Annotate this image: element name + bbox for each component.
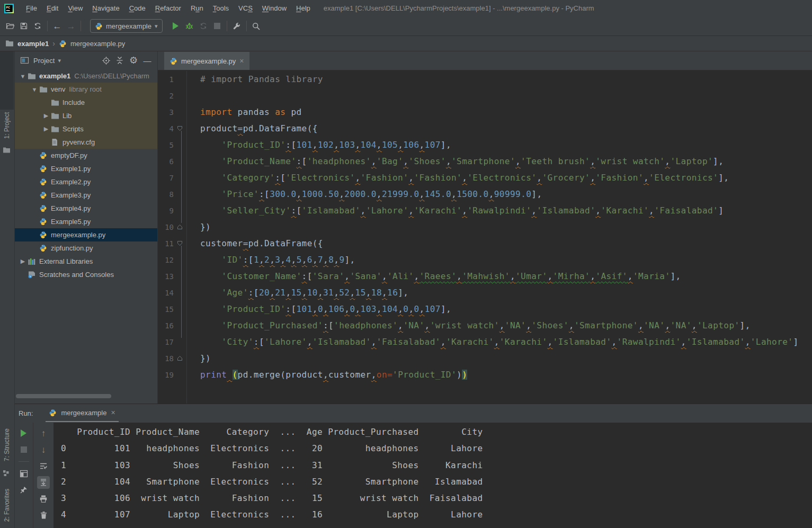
code-line-9[interactable]: 'Seller_City':['Islamabad','Lahore','Kar… — [187, 202, 812, 219]
search-button[interactable] — [249, 19, 263, 33]
up-arrow-button[interactable]: ↑ — [37, 427, 50, 440]
project-panel-title[interactable]: Project — [33, 57, 55, 65]
open-folder-button[interactable] — [3, 19, 17, 33]
hide-minus-icon[interactable]: — — [141, 55, 153, 66]
code-line-4[interactable]: product=pd.DataFrame({ — [187, 120, 812, 137]
run-tab-mergeexample[interactable]: mergeexample × — [46, 404, 118, 422]
tree-item-example5-py[interactable]: Example5.py — [14, 215, 157, 228]
code-line-12[interactable]: 'ID':[1,2,3,4,5,6,7,8,9], — [187, 252, 812, 268]
tree-item-include[interactable]: Include — [14, 96, 157, 109]
code-line-6[interactable]: 'Product_Name':['headphones','Bag','Shoe… — [187, 153, 812, 169]
tree-item-example4-py[interactable]: Example4.py — [14, 202, 157, 215]
python-file-icon — [39, 191, 50, 199]
chevron-down-icon[interactable]: ▼ — [18, 73, 28, 79]
locate-target-icon[interactable] — [100, 55, 112, 66]
save-button[interactable] — [17, 19, 31, 33]
editor-gutter: 12345678910111213141516171819 — [158, 71, 187, 404]
code-line-5[interactable]: 'Product_ID':[101,102,103,104,105,106,10… — [187, 137, 812, 153]
code-line-14[interactable]: 'Age':[20,21,15,10,31,52,15,18,16], — [187, 284, 812, 301]
back-arrow-button[interactable]: ← — [50, 19, 64, 33]
close-icon[interactable]: × — [111, 408, 115, 417]
code-line-7[interactable]: 'Category':['Electronics','Fashion','Fas… — [187, 169, 812, 186]
tree-item-external-libraries[interactable]: ▶External Libraries — [14, 255, 157, 268]
menu-help[interactable]: Help — [291, 4, 315, 12]
tree-item-zipfunction-py[interactable]: zipfunction.py — [14, 241, 157, 255]
tree-item-lib[interactable]: ▶Lib — [14, 109, 157, 122]
tree-item-scripts[interactable]: ▶Scripts — [14, 122, 157, 136]
run-play-button[interactable] — [169, 19, 183, 33]
chevron-right-icon[interactable]: ▶ — [18, 258, 28, 265]
chevron-down-icon[interactable]: ▾ — [58, 57, 61, 64]
code-line-3[interactable]: import pandas as pd — [187, 104, 812, 120]
code-line-17[interactable]: 'City':['Lahore','Islamabad','Faisalabad… — [187, 334, 812, 350]
horizontal-scrollbar[interactable] — [16, 394, 111, 398]
menu-navigate[interactable]: Navigate — [87, 4, 124, 12]
fold-open-icon[interactable] — [174, 126, 185, 131]
code-line-10[interactable]: }) — [187, 219, 812, 235]
menu-refactor[interactable]: Refactor — [150, 4, 186, 12]
sync-button[interactable] — [31, 19, 44, 33]
editor-tab-mergeexample[interactable]: mergeexample.py × — [164, 52, 249, 70]
print-button[interactable] — [37, 493, 50, 505]
rerun-play-button[interactable] — [17, 427, 30, 440]
tool-window-button-favorites[interactable]: 2: Favorites — [3, 489, 11, 522]
code-line-13[interactable]: 'Customer_Name':['Sara','Sana','Ali','Ra… — [187, 268, 812, 284]
menu-view[interactable]: View — [63, 4, 87, 12]
run-configuration-select[interactable]: mergeexample▾ — [90, 19, 163, 33]
tree-item-mergeexample-py[interactable]: mergeexample.py — [14, 228, 157, 241]
code-line-11[interactable]: customer=pd.DataFrame({ — [187, 235, 812, 252]
clear-trash-button[interactable] — [37, 509, 50, 522]
menu-window[interactable]: Window — [257, 4, 291, 12]
tree-item-example3-py[interactable]: Example3.py — [14, 189, 157, 202]
tree-item-label: venv — [51, 85, 65, 93]
code-editor[interactable]: 12345678910111213141516171819 # import P… — [158, 71, 812, 404]
tree-item-venv[interactable]: ▼venvlibrary root — [14, 83, 157, 96]
menu-code[interactable]: Code — [124, 4, 150, 12]
tree-item-example1-py[interactable]: Example1.py — [14, 162, 157, 175]
tree-item-example1[interactable]: ▼example1C:\Users\DELL\Pycharm — [14, 69, 157, 83]
code-line-19[interactable]: print (pd.merge(product,customer,on='Pro… — [187, 366, 812, 383]
fold-open-icon[interactable] — [174, 240, 185, 246]
code-line-18[interactable]: }) — [187, 350, 812, 366]
menu-edit[interactable]: Edit — [42, 4, 63, 12]
menu-run[interactable]: Run — [186, 4, 208, 12]
soft-wrap-button[interactable] — [37, 460, 50, 472]
code-line-1[interactable]: # import Pandas library — [187, 71, 812, 87]
console-output[interactable]: Product_ID Product_Name Category ... Age… — [53, 423, 812, 528]
breadcrumb-file[interactable]: mergeexample.py — [70, 40, 125, 48]
close-icon[interactable]: × — [239, 57, 244, 65]
code-line-16[interactable]: 'Product_Purchased':['headphones','NA','… — [187, 317, 812, 334]
chevron-right-icon[interactable]: ▶ — [41, 112, 51, 119]
tool-window-button-structure[interactable]: 7: Structure — [3, 428, 11, 461]
code-line-8[interactable]: 'Price':[300.0,1000.50,2000.0,21999.0,14… — [187, 186, 812, 202]
code-line-2[interactable] — [187, 87, 812, 104]
project-stripe-icon — [3, 147, 11, 154]
menu-vcs[interactable]: VCS — [234, 4, 257, 12]
tree-item-label: Example1.py — [51, 165, 91, 173]
tree-item-pyvenv-cfg[interactable]: pyvenv.cfg — [14, 136, 157, 149]
collapse-all-icon[interactable] — [114, 55, 126, 66]
chevron-down-icon[interactable]: ▼ — [30, 86, 39, 93]
menu-file[interactable]: File — [21, 4, 42, 12]
tree-item-example2-py[interactable]: Example2.py — [14, 175, 157, 189]
settings-gear-icon[interactable]: ⚙ — [128, 55, 139, 66]
stop-button[interactable] — [17, 443, 30, 456]
chevron-right-icon[interactable]: ▶ — [41, 126, 51, 132]
breadcrumb-project[interactable]: example1 — [17, 40, 49, 48]
code-line-15[interactable]: 'Product_ID':[101,0,106,0,103,104,0,0,10… — [187, 301, 812, 317]
editor-area: mergeexample.py × 1234567891011121314151… — [158, 51, 812, 404]
fold-close-icon[interactable] — [174, 224, 185, 230]
pin-button[interactable] — [17, 484, 30, 496]
wrench-button[interactable] — [230, 19, 244, 33]
tree-item-scratches-and-consoles[interactable]: Scratches and Consoles — [14, 268, 157, 281]
tree-item-label: Lib — [63, 112, 72, 120]
fold-close-icon[interactable] — [174, 355, 185, 361]
restore-layout-button[interactable] — [17, 467, 30, 480]
structure-stripe-icon — [3, 470, 10, 477]
scroll-to-end-button[interactable] — [37, 476, 50, 489]
down-arrow-button[interactable]: ↓ — [37, 443, 50, 456]
tree-item-emptydf-py[interactable]: emptyDF.py — [14, 149, 157, 162]
menu-tools[interactable]: Tools — [208, 4, 234, 12]
debug-bug-button[interactable] — [183, 19, 197, 33]
tool-window-button-project[interactable]: 1: Project — [3, 112, 11, 139]
